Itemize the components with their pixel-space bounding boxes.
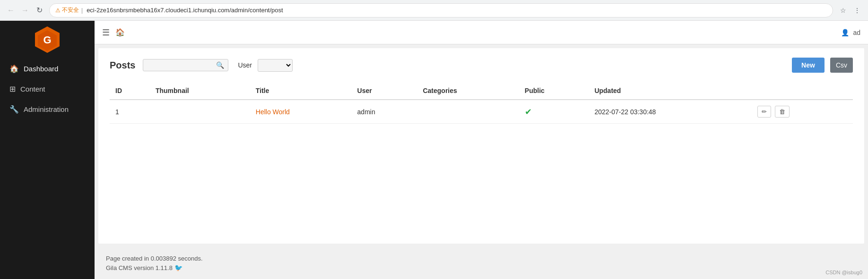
footer-timing: Page created in 0.003892 seconds. — [106, 255, 857, 262]
security-label: 不安全 — [62, 6, 79, 14]
col-actions — [752, 82, 853, 100]
extensions-button[interactable]: ⋮ — [851, 4, 863, 17]
search-box: 🔍 — [143, 59, 228, 71]
cell-thumbnail — [150, 100, 250, 124]
sidebar-navigation: 🏠 Dashboard ⊞ Content 🔧 Administration — [0, 59, 95, 279]
user-filter-select[interactable]: admin — [258, 59, 293, 72]
content-icon: ⊞ — [9, 85, 16, 93]
sidebar-item-dashboard[interactable]: 🏠 Dashboard — [0, 59, 95, 79]
home-button[interactable]: 🏠 — [115, 28, 125, 37]
forward-button[interactable]: → — [19, 4, 31, 17]
user-label: ad — [853, 29, 860, 36]
cell-public: ✔ — [519, 100, 589, 124]
search-input[interactable] — [147, 62, 213, 69]
edit-button[interactable]: ✏ — [757, 106, 771, 118]
svg-text:G: G — [43, 34, 51, 46]
hamburger-button[interactable]: ☰ — [102, 27, 110, 38]
address-bar[interactable]: ⚠ 不安全 | eci-2ze16snbrsmbebha16x7.cloudec… — [49, 3, 833, 17]
sidebar-item-content-label: Content — [20, 85, 45, 93]
footer: Page created in 0.003892 seconds. Gila C… — [95, 247, 868, 279]
cell-user: admin — [352, 100, 417, 124]
browser-chrome: ← → ↻ ⚠ 不安全 | eci-2ze16snbrsmbebha16x7.c… — [0, 0, 868, 21]
cell-title: Hello World — [250, 100, 352, 124]
sidebar-item-content[interactable]: ⊞ Content — [0, 79, 95, 99]
col-updated: Updated — [589, 82, 751, 100]
col-thumbnail: Thumbnail — [150, 82, 250, 100]
cell-updated: 2022-07-22 03:30:48 — [589, 100, 751, 124]
bookmark-button[interactable]: ☆ — [837, 4, 849, 17]
user-filter-label: User — [238, 61, 252, 69]
back-button[interactable]: ← — [5, 4, 17, 17]
col-public: Public — [519, 82, 589, 100]
url-text: eci-2ze16snbrsmbebha16x7.cloudeci1.ichun… — [87, 7, 827, 14]
public-checkmark-icon: ✔ — [525, 107, 532, 117]
sidebar-item-dashboard-label: Dashboard — [24, 65, 58, 73]
cell-actions: ✏ 🗑 — [752, 100, 853, 124]
csv-button[interactable]: Csv — [830, 58, 853, 73]
cms-version-text: Gila CMS version 1.11.8 — [106, 264, 173, 271]
post-title-link[interactable]: Hello World — [256, 108, 290, 116]
footer-version: Gila CMS version 1.11.8 🐦 — [106, 264, 857, 271]
table-header: ID Thumbnail Title User Categories Publi… — [110, 82, 853, 100]
warning-icon: ⚠ — [55, 7, 61, 14]
table-row: 1 Hello World admin ✔ 2022-07-22 03:30:4… — [110, 100, 853, 124]
security-warning: ⚠ 不安全 | — [55, 6, 84, 14]
col-user: User — [352, 82, 417, 100]
sidebar-item-administration-label: Administration — [24, 105, 69, 113]
table-body: 1 Hello World admin ✔ 2022-07-22 03:30:4… — [110, 100, 853, 124]
col-categories: Categories — [417, 82, 519, 100]
sidebar: G 🏠 Dashboard ⊞ Content 🔧 Administration — [0, 21, 95, 279]
logo-hexagon-icon: G — [33, 25, 61, 54]
content-area: ☰ 🏠 👤 ad Posts 🔍 User admin — [95, 21, 868, 279]
main-content: Posts 🔍 User admin New Csv ID T — [98, 48, 864, 244]
administration-icon: 🔧 — [9, 105, 19, 114]
reload-button[interactable]: ↻ — [33, 4, 45, 17]
cell-categories — [417, 100, 519, 124]
browser-actions: ☆ ⋮ — [837, 4, 863, 17]
user-icon: 👤 — [841, 29, 849, 36]
app-layout: G 🏠 Dashboard ⊞ Content 🔧 Administration… — [0, 21, 868, 279]
search-icon: 🔍 — [216, 61, 224, 69]
topbar-right: 👤 ad — [841, 29, 860, 36]
delete-button[interactable]: 🗑 — [775, 106, 790, 118]
sidebar-logo: G — [0, 21, 95, 59]
new-button[interactable]: New — [792, 58, 825, 73]
nav-buttons: ← → ↻ — [5, 4, 45, 17]
sidebar-item-administration[interactable]: 🔧 Administration — [0, 99, 95, 119]
table-header-row: ID Thumbnail Title User Categories Publi… — [110, 82, 853, 100]
topbar: ☰ 🏠 👤 ad — [95, 21, 868, 44]
col-id: ID — [110, 82, 150, 100]
cell-id: 1 — [110, 100, 150, 124]
dashboard-icon: 🏠 — [9, 64, 19, 73]
right-footer-attribution: CSDN @isbug0 — [825, 270, 862, 275]
posts-table: ID Thumbnail Title User Categories Publi… — [110, 82, 853, 124]
posts-header: Posts 🔍 User admin New Csv — [110, 58, 853, 73]
col-title: Title — [250, 82, 352, 100]
twitter-bird-icon[interactable]: 🐦 — [174, 264, 182, 271]
page-title: Posts — [110, 60, 135, 71]
